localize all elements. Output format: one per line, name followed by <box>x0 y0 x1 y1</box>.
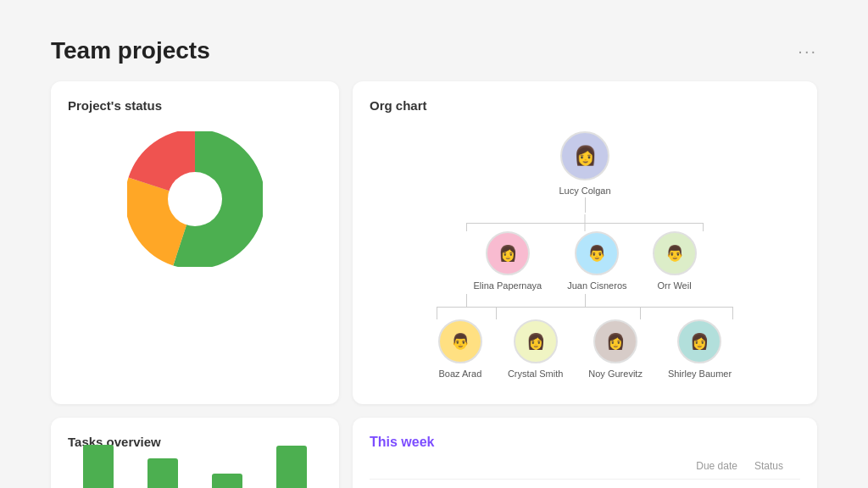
bar-green-2 <box>147 458 178 488</box>
project-status-card: Project's status <box>51 81 339 404</box>
avatar-boaz: 👨 <box>438 319 482 363</box>
svg-point-4 <box>168 172 222 226</box>
h-connector-l3 <box>407 294 763 319</box>
h-connector-l2 <box>407 214 763 231</box>
week-table-header: Due date Status <box>370 457 800 479</box>
org-node-orr: 👨 Orr Weil <box>653 231 697 291</box>
bar-chart-container: 👤 👤 <box>68 459 322 488</box>
dashboard: Team projects ··· Project's status <box>17 17 851 488</box>
bar-green-1 <box>83 445 114 488</box>
org-node-juan: 👨 Juan Cisneros <box>567 231 626 291</box>
org-name-noy: Noy Gurevitz <box>588 369 643 379</box>
bar-stack-2 <box>147 458 178 488</box>
page-header: Team projects ··· <box>51 37 817 64</box>
bar-stack-3 <box>212 474 242 488</box>
avatar-orr: 👨 <box>653 231 697 275</box>
status-label: Status <box>754 460 783 472</box>
bar-group-1: 👤 <box>76 445 120 488</box>
org-node-lucy: 👩 Lucy Colgan <box>559 131 610 196</box>
avatar-elina: 👩 <box>486 231 530 275</box>
org-node-shirley: 👩 Shirley Baumer <box>668 319 732 379</box>
bar-green-3 <box>212 474 242 488</box>
bar-group-4: 👤 <box>270 446 314 488</box>
due-date-label: Due date <box>696 460 737 472</box>
page-title: Team projects <box>51 37 210 64</box>
org-node-noy: 👩 Noy Gurevitz <box>588 319 643 379</box>
avatar-lucy: 👩 <box>560 131 609 180</box>
avatar-noy: 👩 <box>593 319 637 363</box>
org-name-orr: Orr Weil <box>657 280 691 291</box>
org-name-lucy: Lucy Colgan <box>559 186 610 196</box>
task-row-1: Monitor budget 👤 Sep 22 Done <box>370 479 800 488</box>
pie-chart <box>127 131 263 267</box>
bar-group-2: 👤 <box>141 458 185 488</box>
avatar-crystal: 👩 <box>514 319 558 363</box>
bar-stack-1 <box>83 445 114 488</box>
bar-group-3: 👤 <box>205 474 249 488</box>
this-week-card: This week Due date Status Monitor budget… <box>353 418 817 488</box>
org-node-boaz: 👨 Boaz Arad <box>438 319 482 379</box>
org-level-top: 👩 Lucy Colgan <box>370 131 800 196</box>
org-level-2: 👩 Elina Papernaya 👨 Juan Cisneros 👨 Orr … <box>407 231 763 291</box>
org-chart-title: Org chart <box>370 98 800 113</box>
this-week-title: This week <box>370 435 800 450</box>
bar-green-4 <box>276 446 307 488</box>
org-tree: 👩 Lucy Colgan 👩 <box>370 123 800 387</box>
org-name-elina: Elina Papernaya <box>473 280 542 291</box>
avatar-juan: 👨 <box>575 231 619 275</box>
project-status-title: Project's status <box>68 98 322 113</box>
org-node-elina: 👩 Elina Papernaya <box>473 231 542 291</box>
more-options-button[interactable]: ··· <box>798 42 817 61</box>
org-node-crystal: 👩 Crystal Smith <box>508 319 563 379</box>
org-level-3: 👨 Boaz Arad 👩 Crystal Smith 👩 Noy Gurevi… <box>407 319 763 379</box>
tasks-overview-card: Tasks overview 👤 <box>51 418 339 488</box>
org-name-juan: Juan Cisneros <box>567 280 626 291</box>
bar-chart: 👤 👤 <box>68 459 322 488</box>
pie-chart-container <box>68 123 322 275</box>
connector-top <box>585 197 586 213</box>
org-chart-card: Org chart 👩 Lucy Colgan <box>353 81 817 404</box>
avatar-shirley: 👩 <box>677 319 721 363</box>
org-name-crystal: Crystal Smith <box>508 369 563 379</box>
bar-stack-4 <box>276 446 307 488</box>
main-grid: Project's status <box>51 81 817 488</box>
org-name-shirley: Shirley Baumer <box>668 369 732 379</box>
week-table: Due date Status Monitor budget 👤 Sep 22 … <box>370 457 800 488</box>
org-name-boaz: Boaz Arad <box>439 369 482 379</box>
